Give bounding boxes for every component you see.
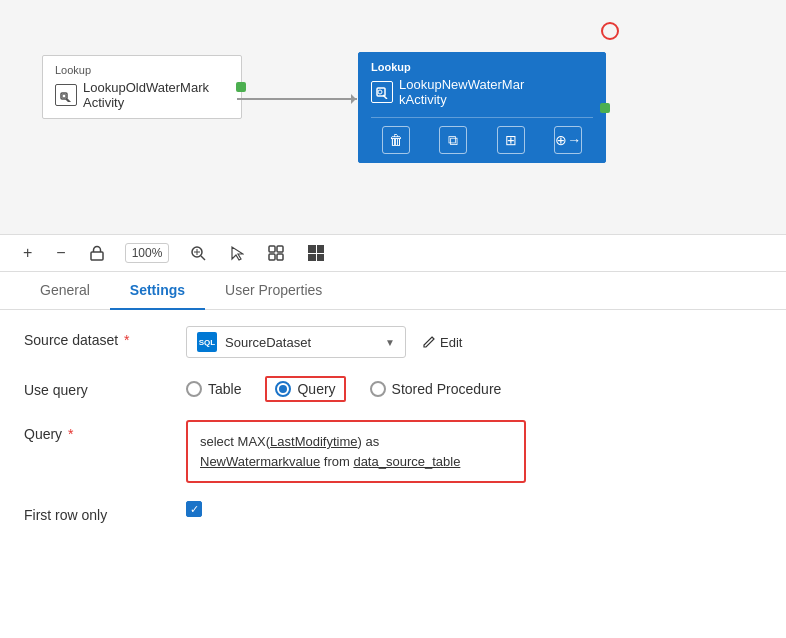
radio-query-label: Query bbox=[297, 381, 335, 397]
first-row-only-content: ✓ bbox=[186, 501, 762, 517]
query-label: Query * bbox=[24, 420, 174, 442]
svg-rect-19 bbox=[317, 254, 324, 261]
canvas-area: Lookup LookupOldWaterMark Activity Looku… bbox=[0, 0, 786, 235]
use-query-row: Use query Table Query St bbox=[24, 376, 762, 402]
query-content: select MAX(LastModifytime) as NewWaterma… bbox=[186, 420, 762, 483]
clone-button[interactable]: ⧉ bbox=[439, 126, 467, 154]
radio-query-outer bbox=[275, 381, 291, 397]
node2-title-text: LookupNewWaterMar kActivity bbox=[399, 77, 524, 107]
svg-rect-17 bbox=[317, 245, 324, 253]
zoom-percent-button[interactable]: 100% bbox=[125, 243, 170, 263]
dataset-name: SourceDataset bbox=[225, 335, 377, 350]
svg-rect-12 bbox=[269, 246, 275, 252]
fit-view-button[interactable] bbox=[187, 242, 209, 264]
first-row-only-checkbox[interactable]: ✓ bbox=[186, 501, 202, 517]
source-dataset-label: Source dataset * bbox=[24, 326, 174, 348]
radio-table[interactable]: Table bbox=[186, 381, 241, 397]
query-input-box[interactable]: select MAX(LastModifytime) as NewWaterma… bbox=[186, 420, 526, 483]
select-button[interactable] bbox=[227, 242, 247, 264]
node-lookup-old[interactable]: Lookup LookupOldWaterMark Activity bbox=[42, 55, 242, 119]
svg-rect-16 bbox=[308, 245, 316, 253]
node1-title-text: LookupOldWaterMark Activity bbox=[83, 80, 229, 110]
node1-title: LookupOldWaterMark Activity bbox=[55, 80, 229, 110]
svg-rect-13 bbox=[277, 246, 283, 252]
dropdown-arrow-icon: ▼ bbox=[385, 337, 395, 348]
svg-rect-7 bbox=[91, 252, 103, 260]
svg-rect-18 bbox=[308, 254, 316, 261]
more-button[interactable] bbox=[305, 242, 327, 264]
svg-rect-14 bbox=[269, 254, 275, 260]
use-query-content: Table Query Stored Procedure bbox=[186, 376, 762, 402]
svg-line-9 bbox=[201, 256, 205, 260]
tab-settings[interactable]: Settings bbox=[110, 272, 205, 310]
svg-rect-15 bbox=[277, 254, 283, 260]
checkbox-checked-icon: ✓ bbox=[186, 501, 202, 517]
svg-point-2 bbox=[62, 94, 66, 98]
delete-button[interactable]: 🗑 bbox=[382, 126, 410, 154]
first-row-only-row: First row only ✓ bbox=[24, 501, 762, 523]
node2-label: Lookup bbox=[371, 61, 593, 73]
red-circle-indicator bbox=[601, 22, 619, 40]
svg-point-6 bbox=[378, 90, 382, 94]
lock-button[interactable] bbox=[87, 242, 107, 264]
first-row-only-label: First row only bbox=[24, 501, 174, 523]
node-lookup-new[interactable]: Lookup LookupNewWaterMar kActivity 🗑 ⧉ ⊞… bbox=[358, 52, 606, 163]
radio-query-inner bbox=[279, 385, 287, 393]
use-query-label: Use query bbox=[24, 376, 174, 398]
tab-user-properties[interactable]: User Properties bbox=[205, 272, 342, 310]
connector-arrow bbox=[237, 98, 357, 100]
copy-button[interactable]: ⊞ bbox=[497, 126, 525, 154]
radio-group: Table Query Stored Procedure bbox=[186, 376, 501, 402]
query-text-line2: NewWatermarkvalue from data_source_table bbox=[200, 452, 512, 472]
query-text-line1: select MAX(LastModifytime) as bbox=[200, 432, 512, 452]
node2-title: LookupNewWaterMar kActivity bbox=[371, 77, 593, 107]
toolbar: + − 100% bbox=[0, 235, 786, 272]
arrange-button[interactable] bbox=[265, 242, 287, 264]
node2-actions: 🗑 ⧉ ⊞ ⊕→ bbox=[371, 117, 593, 154]
radio-stored-proc-label: Stored Procedure bbox=[392, 381, 502, 397]
source-dataset-row: Source dataset * SQL SourceDataset ▼ Edi… bbox=[24, 326, 762, 358]
node1-label: Lookup bbox=[55, 64, 229, 76]
tab-bar: General Settings User Properties bbox=[0, 272, 786, 310]
edit-label: Edit bbox=[440, 335, 462, 350]
zoom-in-button[interactable]: + bbox=[20, 241, 35, 265]
lookup-icon-2 bbox=[371, 81, 393, 103]
radio-table-label: Table bbox=[208, 381, 241, 397]
radio-stored-procedure[interactable]: Stored Procedure bbox=[370, 381, 502, 397]
lookup-icon-1 bbox=[55, 84, 77, 106]
dataset-sql-icon: SQL bbox=[197, 332, 217, 352]
settings-panel: Source dataset * SQL SourceDataset ▼ Edi… bbox=[0, 310, 786, 557]
move-button[interactable]: ⊕→ bbox=[554, 126, 582, 154]
tab-general[interactable]: General bbox=[20, 272, 110, 310]
node1-connector-dot bbox=[236, 82, 246, 92]
source-dataset-content: SQL SourceDataset ▼ Edit bbox=[186, 326, 762, 358]
query-row: Query * select MAX(LastModifytime) as Ne… bbox=[24, 420, 762, 483]
zoom-out-button[interactable]: − bbox=[53, 241, 68, 265]
radio-table-outer bbox=[186, 381, 202, 397]
radio-stored-proc-outer bbox=[370, 381, 386, 397]
node2-connector-dot bbox=[600, 103, 610, 113]
radio-query-box[interactable]: Query bbox=[265, 376, 345, 402]
dataset-select-dropdown[interactable]: SQL SourceDataset ▼ bbox=[186, 326, 406, 358]
edit-link[interactable]: Edit bbox=[422, 335, 462, 350]
